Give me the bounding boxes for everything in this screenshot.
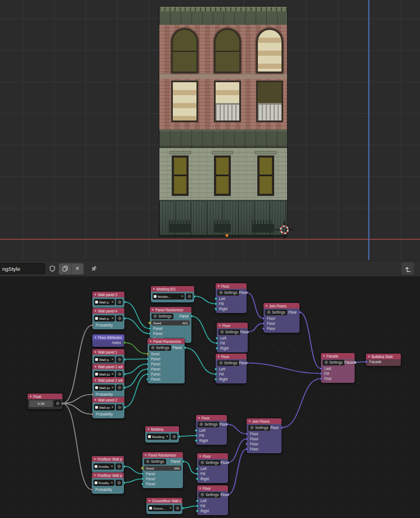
node-joinB[interactable]: ▼Join FloorsSettingsFloorFloorFloorFloor… — [247, 418, 282, 453]
collapse-chevron-icon[interactable]: ▼ — [29, 395, 32, 398]
collapse-chevron-icon[interactable]: ▼ — [93, 458, 96, 461]
settings-button[interactable]: Settings — [149, 345, 171, 351]
settings-button[interactable]: Settings — [248, 425, 270, 431]
node-flA[interactable]: ▼FloorSettingsFloorLeftFillRight — [216, 283, 247, 313]
datablock-dropdown[interactable]: Firstflo...✕ — [93, 480, 114, 486]
node-ffB[interactable]: ▼Firstfloor Wall paneFirstflo...✕Probabi… — [92, 472, 124, 494]
gear-button[interactable] — [115, 480, 122, 486]
settings-button[interactable]: Settings — [217, 290, 239, 296]
datablock-dropdown[interactable]: Moldin...✕ — [153, 293, 185, 300]
node-ffA[interactable]: ▼Firstfloor Wall panelFirstflo...✕ — [92, 456, 124, 472]
collapse-chevron-icon[interactable]: ▼ — [248, 420, 251, 423]
gear-button[interactable] — [116, 404, 123, 410]
collapse-chevron-icon[interactable]: ▼ — [94, 399, 97, 401]
collapse-chevron-icon[interactable]: ▼ — [94, 310, 97, 312]
node-wp2[interactable]: ▼Wall panel 2Wall pa...✕Probability — [92, 397, 124, 418]
collapse-chevron-icon[interactable]: ▼ — [144, 454, 147, 457]
node-pr2[interactable]: ▼Panel RandomizeSettingsPanelSeedPanelPa… — [148, 338, 185, 383]
datablock-dropdown[interactable]: Wall p...✕ — [94, 356, 115, 363]
clear-icon[interactable]: ✕ — [181, 294, 184, 298]
clear-icon[interactable]: ✕ — [111, 358, 114, 361]
node-fattr[interactable]: ▼Floor AttributesIndex — [92, 334, 124, 347]
node-float[interactable]: ▼Float0.50 — [28, 394, 62, 409]
parent-tree-button[interactable] — [401, 262, 414, 275]
clear-icon[interactable]: ✕ — [111, 386, 114, 389]
collapse-chevron-icon[interactable]: ▼ — [147, 428, 150, 431]
node-gf[interactable]: ▼Groundfloor Wall pGroun...✕ — [146, 498, 182, 514]
value-sl[interactable]: 0.50 — [29, 400, 53, 407]
node-flF[interactable]: ▼FloorSettingsFloorLeftFillRight — [197, 485, 228, 515]
collapse-chevron-icon[interactable]: ▼ — [218, 324, 221, 327]
datablock-dropdown[interactable]: Wall p...✕ — [94, 315, 115, 321]
settings-button[interactable]: Settings — [217, 360, 239, 366]
shield-icon[interactable] — [49, 265, 56, 272]
settings-button[interactable]: Settings — [265, 310, 287, 315]
clear-icon[interactable]: ✕ — [110, 465, 113, 468]
node-mold1[interactable]: ▼Molding.001Moldin...✕ — [151, 286, 194, 302]
gear-button[interactable] — [54, 400, 61, 407]
node-moldB[interactable]: ▼MoldingMolding✕ — [145, 426, 179, 443]
gear-button[interactable] — [116, 371, 123, 377]
collapse-chevron-icon[interactable]: ▼ — [94, 365, 97, 368]
settings-button[interactable]: Settings — [198, 422, 220, 427]
collapse-chevron-icon[interactable]: ▼ — [93, 474, 96, 477]
settings-button[interactable]: Settings — [199, 460, 221, 466]
gear-button[interactable] — [174, 505, 181, 511]
seed-field[interactable]: Seed421 — [151, 320, 190, 325]
collapse-chevron-icon[interactable]: ▼ — [217, 285, 220, 288]
collapse-chevron-icon[interactable]: ▼ — [149, 340, 152, 343]
building-facade-object[interactable] — [159, 7, 287, 236]
collapse-chevron-icon[interactable]: ▼ — [217, 355, 220, 358]
collapse-chevron-icon[interactable]: ▼ — [199, 487, 202, 490]
settings-button[interactable]: Settings — [199, 492, 221, 498]
collapse-chevron-icon[interactable]: ▼ — [368, 355, 370, 358]
node-joinA[interactable]: ▼Join FloorsSettingsFloorFloorFloorFloor — [263, 303, 300, 333]
datablock-dropdown[interactable]: Firstflo...✕ — [93, 463, 114, 470]
node-flE[interactable]: ▼FloorSettingsFloorLeftFillRight — [197, 453, 228, 483]
close-icon[interactable]: ✕ — [71, 264, 83, 274]
collapse-chevron-icon[interactable]: ▼ — [94, 293, 97, 296]
datablock-dropdown[interactable]: Wall pa...✕ — [94, 385, 115, 391]
settings-button[interactable]: Settings — [144, 459, 166, 465]
node-facade[interactable]: ▼FacadeSettingsFacadeLastFillFirst — [321, 353, 355, 383]
datablock-dropdown[interactable]: Wall p...✕ — [94, 299, 115, 305]
collapse-chevron-icon[interactable]: ▼ — [198, 417, 200, 419]
viewport-3d[interactable] — [0, 0, 420, 260]
node-wp4[interactable]: ▼Wall panel 4Wall p...✕Probability — [92, 308, 124, 329]
clear-icon[interactable]: ✕ — [110, 481, 113, 484]
clear-icon[interactable]: ✕ — [166, 435, 168, 438]
datablock-dropdown[interactable]: Molding✕ — [147, 434, 169, 440]
gear-button[interactable] — [171, 434, 177, 440]
node-pr1[interactable]: ▼Panel RandomizeSettingsPanelSeed421Pane… — [150, 307, 191, 343]
collapse-chevron-icon[interactable]: ▼ — [94, 351, 97, 354]
node-bstyle[interactable]: ▼Building StyleFacade — [366, 354, 401, 366]
gear-button[interactable] — [116, 315, 123, 321]
clear-icon[interactable]: ✕ — [111, 316, 114, 320]
copy-icon[interactable] — [59, 264, 71, 274]
collapse-chevron-icon[interactable]: ▼ — [199, 455, 202, 458]
node-flB[interactable]: ▼FloorSettingsFloorLeftFillRight — [217, 323, 248, 352]
node-wp3[interactable]: ▼Wall panel 3Wall p...✕ — [92, 292, 124, 308]
node-wp1[interactable]: ▼Wall panel 1Wall p...✕ — [92, 349, 124, 365]
settings-button[interactable]: Settings — [323, 360, 345, 365]
node-pr3[interactable]: ▼Panel RandomizeSettingsPanelSeed340Pane… — [142, 452, 183, 488]
seed-field[interactable]: Seed340 — [144, 466, 181, 471]
pin-icon[interactable] — [90, 265, 97, 273]
gear-button[interactable] — [115, 463, 122, 470]
datablock-dropdown[interactable]: Groun...✕ — [148, 505, 173, 511]
collapse-chevron-icon[interactable]: ▼ — [94, 379, 97, 382]
gear-button[interactable] — [116, 299, 123, 305]
node-flD[interactable]: ▼FloorSettingsFloorLeftFillRight — [196, 415, 227, 445]
collapse-chevron-icon[interactable]: ▼ — [151, 309, 154, 311]
settings-button[interactable]: Settings — [218, 329, 240, 335]
node-wp1a[interactable]: ▼Wall panel 1 with A...Wall pa...✕Probab… — [92, 377, 124, 399]
node-tree-name-field[interactable]: ngStyle — [0, 263, 45, 274]
collapse-chevron-icon[interactable]: ▼ — [94, 336, 97, 339]
settings-button[interactable]: Settings — [151, 314, 173, 319]
clear-icon[interactable]: ✕ — [169, 506, 172, 510]
clear-icon[interactable]: ✕ — [111, 300, 114, 303]
clear-icon[interactable]: ✕ — [111, 372, 114, 376]
datablock-dropdown[interactable]: Wall pa...✕ — [94, 404, 115, 410]
gear-button[interactable] — [116, 385, 123, 391]
clear-icon[interactable]: ✕ — [111, 405, 114, 409]
